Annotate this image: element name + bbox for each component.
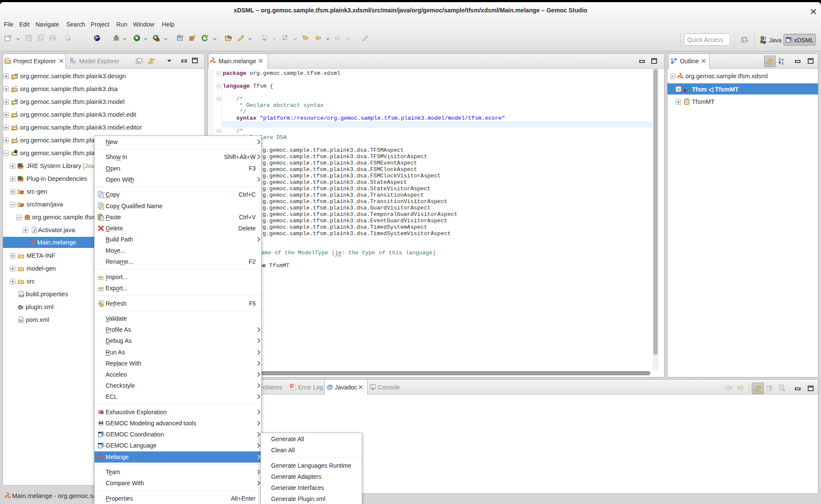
svg-text:S: S [101,411,103,414]
svg-text:010: 010 [19,294,24,298]
svg-text:J: J [15,124,17,128]
svg-text:J: J [764,36,766,41]
svg-text:M: M [15,73,18,77]
svg-text:J: J [15,137,17,141]
svg-text:J: J [15,111,17,115]
svg-text:M: M [19,318,23,323]
svg-text:M: M [15,98,18,102]
svg-text:z: z [782,61,784,65]
svg-text:Gr: Gr [178,35,181,37]
svg-text:J: J [33,228,35,233]
